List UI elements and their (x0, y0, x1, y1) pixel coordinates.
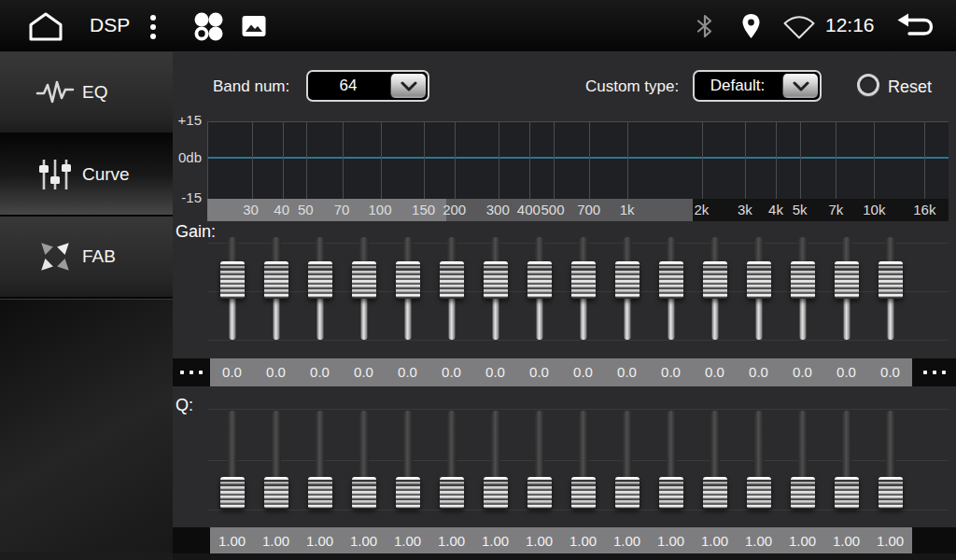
q-slider[interactable] (693, 408, 737, 511)
q-slider-thumb[interactable] (308, 477, 332, 509)
gain-slider-thumb[interactable] (440, 261, 464, 299)
gain-slider-thumb[interactable] (352, 261, 376, 299)
q-slider[interactable] (868, 408, 912, 511)
gain-slider[interactable] (780, 233, 824, 342)
q-slider[interactable] (342, 408, 386, 511)
gain-slider[interactable] (868, 233, 912, 342)
sidebar-filler (0, 299, 173, 553)
q-slider-thumb[interactable] (264, 477, 288, 509)
slider-track (316, 297, 323, 340)
gain-slider-thumb[interactable] (396, 261, 420, 299)
band-num-dropdown[interactable]: 64 (306, 70, 429, 102)
waveform-eq-icon (35, 73, 75, 112)
gain-slider[interactable] (429, 233, 473, 342)
chevron-down-icon[interactable] (390, 74, 426, 98)
q-value: 1.00 (210, 527, 254, 553)
q-slider[interactable] (254, 408, 298, 511)
sidebar-item-fab[interactable]: FAB (0, 217, 173, 299)
gain-slider-thumb[interactable] (703, 261, 727, 299)
home-icon[interactable] (24, 10, 67, 46)
reset-button[interactable]: Reset (888, 77, 932, 97)
chevron-down-icon[interactable] (782, 74, 818, 98)
gain-slider[interactable] (386, 233, 429, 342)
gain-slider[interactable] (342, 233, 386, 342)
q-value: 1.00 (473, 527, 517, 553)
q-slider-thumb[interactable] (484, 477, 508, 509)
q-slider[interactable] (780, 408, 824, 511)
gain-slider[interactable] (605, 233, 649, 342)
q-values-strip: 1.001.001.001.001.001.001.001.001.001.00… (210, 527, 912, 553)
q-value: 1.00 (824, 527, 868, 553)
gain-slider[interactable] (517, 233, 561, 342)
custom-type-value: Default: (695, 72, 780, 100)
grid-line (455, 122, 456, 199)
q-slider[interactable] (298, 408, 342, 511)
q-slider-thumb[interactable] (352, 477, 376, 509)
menu-dots-icon[interactable] (149, 14, 157, 44)
gain-slider-thumb[interactable] (571, 261, 596, 299)
gain-slider[interactable] (561, 233, 605, 342)
gain-slider[interactable] (210, 233, 254, 342)
gain-slider-thumb[interactable] (308, 261, 332, 299)
sidebar-item-eq[interactable]: EQ (0, 52, 173, 134)
back-icon[interactable] (894, 12, 939, 44)
gain-slider[interactable] (254, 233, 298, 342)
q-slider[interactable] (824, 408, 868, 511)
q-slider-thumb[interactable] (747, 477, 771, 509)
scroll-bands-right-button[interactable] (912, 358, 956, 386)
custom-type-dropdown[interactable]: Default: (693, 70, 822, 102)
ellipsis-icon (923, 371, 927, 374)
gain-value: 0.0 (693, 358, 737, 386)
gain-slider-thumb[interactable] (835, 261, 859, 299)
q-slider-thumb[interactable] (791, 477, 815, 509)
gain-slider-thumb[interactable] (791, 261, 815, 299)
slider-track (798, 411, 808, 482)
gain-slider-thumb[interactable] (879, 261, 903, 299)
location-icon (740, 13, 762, 43)
sidebar-item-curve[interactable]: Curve (0, 134, 173, 217)
q-slider[interactable] (429, 408, 473, 511)
scroll-bands-left-button[interactable] (173, 358, 210, 386)
grid-line (776, 122, 777, 199)
gain-slider[interactable] (298, 233, 342, 342)
slider-track (710, 411, 720, 482)
gain-slider[interactable] (824, 233, 868, 342)
q-value: 1.00 (868, 527, 912, 553)
gallery-icon[interactable] (242, 15, 266, 41)
q-slider[interactable] (473, 408, 517, 511)
gain-slider-thumb[interactable] (747, 261, 771, 299)
q-slider[interactable] (517, 408, 561, 511)
gain-slider-thumb[interactable] (527, 261, 552, 299)
gain-slider-thumb[interactable] (264, 261, 288, 299)
q-slider-thumb[interactable] (396, 477, 420, 509)
gain-slider-thumb[interactable] (484, 261, 508, 299)
q-slider-thumb[interactable] (571, 477, 596, 509)
q-slider[interactable] (737, 408, 780, 511)
gain-slider-thumb[interactable] (615, 261, 640, 299)
q-slider[interactable] (561, 408, 605, 511)
q-slider-thumb[interactable] (879, 477, 903, 509)
gain-slider-thumb[interactable] (220, 261, 245, 299)
apps-clover-icon[interactable] (192, 10, 225, 47)
slider-track (799, 297, 806, 340)
q-slider-thumb[interactable] (835, 477, 859, 509)
gain-slider[interactable] (649, 233, 693, 342)
freq-tick-label: 150 (412, 199, 435, 221)
q-slider-thumb[interactable] (220, 477, 245, 509)
gain-slider[interactable] (473, 233, 517, 342)
q-slider[interactable] (605, 408, 649, 511)
gain-slider[interactable] (737, 233, 780, 342)
freq-tick-label: 40 (274, 199, 289, 221)
q-slider-thumb[interactable] (527, 477, 552, 509)
q-slider-thumb[interactable] (659, 477, 683, 509)
q-slider[interactable] (210, 408, 254, 511)
gain-slider[interactable] (693, 233, 737, 342)
q-slider-thumb[interactable] (440, 477, 464, 509)
radio-circle-icon[interactable] (857, 74, 879, 96)
q-slider[interactable] (386, 408, 429, 511)
q-slider-thumb[interactable] (703, 477, 727, 509)
gain-slider-thumb[interactable] (659, 261, 683, 299)
q-value: 1.00 (605, 527, 649, 553)
q-slider[interactable] (649, 408, 693, 511)
q-slider-thumb[interactable] (615, 477, 640, 509)
